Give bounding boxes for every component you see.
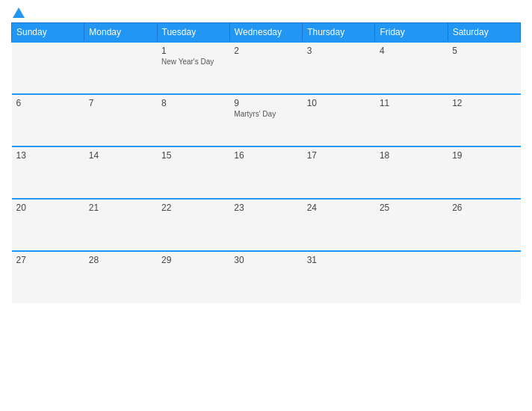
holiday-label: Martyrs' Day <box>234 110 297 118</box>
day-number: 14 <box>89 150 152 161</box>
logo <box>11 7 25 18</box>
calendar-week-row: 6789Martyrs' Day101112 <box>12 94 521 146</box>
day-number: 11 <box>380 98 443 108</box>
calendar-cell: 18 <box>375 146 448 199</box>
day-number: 15 <box>161 150 225 161</box>
day-of-week-header: Wednesday <box>229 23 302 43</box>
day-number: 28 <box>89 255 152 265</box>
calendar-cell: 30 <box>229 251 302 303</box>
day-number: 10 <box>307 98 371 108</box>
day-number: 6 <box>16 98 80 108</box>
calendar-cell: 5 <box>448 42 520 94</box>
calendar-table: SundayMondayTuesdayWednesdayThursdayFrid… <box>11 22 521 303</box>
calendar-cell <box>84 42 157 94</box>
calendar-cell: 28 <box>84 251 157 303</box>
calendar-cell: 22 <box>157 199 229 251</box>
calendar-cell: 31 <box>303 251 375 303</box>
calendar-week-row: 13141516171819 <box>12 146 521 199</box>
day-of-week-header: Sunday <box>12 23 84 43</box>
calendar-cell: 4 <box>375 42 448 94</box>
day-number: 1 <box>161 46 225 56</box>
day-number: 12 <box>452 98 516 108</box>
calendar-cell: 6 <box>12 94 84 146</box>
day-number: 23 <box>234 203 297 213</box>
calendar-week-row: 2728293031 <box>12 251 521 303</box>
holiday-label: New Year's Day <box>161 58 225 66</box>
days-of-week-row: SundayMondayTuesdayWednesdayThursdayFrid… <box>12 23 521 43</box>
calendar-cell: 25 <box>375 199 448 251</box>
day-number: 19 <box>452 150 516 161</box>
day-of-week-header: Saturday <box>448 23 520 43</box>
day-number: 20 <box>16 203 80 213</box>
day-of-week-header: Thursday <box>303 23 375 43</box>
calendar-cell: 26 <box>448 199 520 251</box>
calendar-cell: 1New Year's Day <box>157 42 229 94</box>
calendar-header: SundayMondayTuesdayWednesdayThursdayFrid… <box>12 23 521 43</box>
calendar-cell: 17 <box>303 146 375 199</box>
calendar-cell: 10 <box>303 94 375 146</box>
calendar-cell: 21 <box>84 199 157 251</box>
calendar-cell: 19 <box>448 146 520 199</box>
day-of-week-header: Friday <box>375 23 448 43</box>
calendar-cell: 3 <box>303 42 375 94</box>
calendar-cell <box>375 251 448 303</box>
day-number: 17 <box>307 150 371 161</box>
calendar-cell: 2 <box>229 42 302 94</box>
calendar-page: SundayMondayTuesdayWednesdayThursdayFrid… <box>0 0 532 411</box>
calendar-cell: 24 <box>303 199 375 251</box>
calendar-cell: 29 <box>157 251 229 303</box>
day-number: 7 <box>89 98 152 108</box>
header <box>11 7 521 18</box>
day-number: 5 <box>452 46 516 56</box>
day-number: 25 <box>380 203 443 213</box>
day-number: 21 <box>89 203 152 213</box>
day-number: 3 <box>307 46 371 56</box>
calendar-cell: 20 <box>12 199 84 251</box>
day-number: 24 <box>307 203 371 213</box>
calendar-cell: 7 <box>84 94 157 146</box>
calendar-cell: 13 <box>12 146 84 199</box>
day-number: 30 <box>234 255 297 265</box>
day-of-week-header: Tuesday <box>157 23 229 43</box>
calendar-cell: 11 <box>375 94 448 146</box>
day-number: 31 <box>307 255 371 265</box>
day-number: 9 <box>234 98 297 108</box>
day-of-week-header: Monday <box>84 23 157 43</box>
day-number: 13 <box>16 150 80 161</box>
day-number: 29 <box>161 255 225 265</box>
calendar-cell: 23 <box>229 199 302 251</box>
day-number: 8 <box>161 98 225 108</box>
calendar-cell <box>12 42 84 94</box>
calendar-cell <box>448 251 520 303</box>
day-number: 4 <box>380 46 443 56</box>
calendar-week-row: 1New Year's Day2345 <box>12 42 521 94</box>
calendar-cell: 12 <box>448 94 520 146</box>
day-number: 2 <box>234 46 297 56</box>
day-number: 16 <box>234 150 297 161</box>
calendar-cell: 14 <box>84 146 157 199</box>
day-number: 18 <box>380 150 443 161</box>
calendar-cell: 16 <box>229 146 302 199</box>
calendar-cell: 8 <box>157 94 229 146</box>
calendar-body: 1New Year's Day23456789Martyrs' Day10111… <box>12 42 521 303</box>
logo-triangle-icon <box>13 7 25 18</box>
calendar-cell: 15 <box>157 146 229 199</box>
calendar-week-row: 20212223242526 <box>12 199 521 251</box>
day-number: 22 <box>161 203 225 213</box>
calendar-cell: 27 <box>12 251 84 303</box>
day-number: 27 <box>16 255 80 265</box>
day-number: 26 <box>452 203 516 213</box>
calendar-cell: 9Martyrs' Day <box>229 94 302 146</box>
